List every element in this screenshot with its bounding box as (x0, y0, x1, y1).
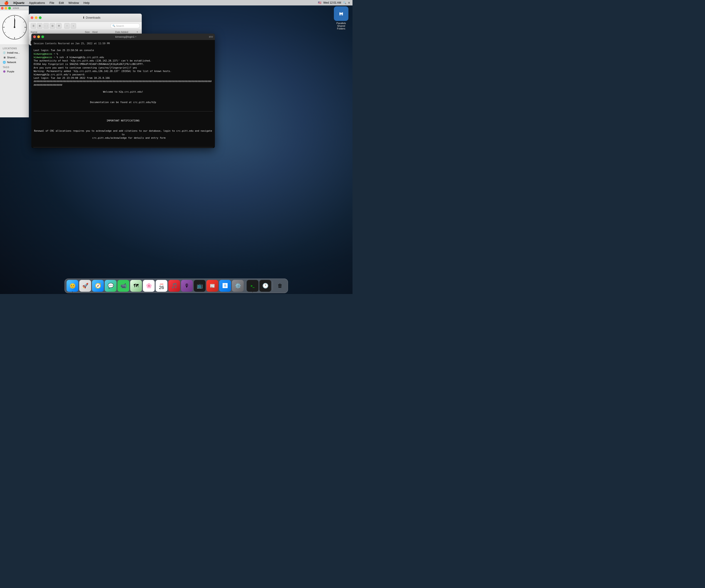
col-kind-header[interactable]: Kind (90, 31, 112, 33)
search-bar[interactable]: 🔍 Search (110, 23, 140, 29)
col-size-header[interactable]: Size (72, 31, 90, 33)
sidebar-item-network[interactable]: 🌐 Network (1, 60, 28, 64)
terminal-icon: >_ (251, 284, 254, 288)
xclock-window: xclock (0, 6, 29, 49)
view-icon-btn4[interactable]: ⊟ (50, 23, 55, 29)
svg-rect-23 (342, 14, 343, 15)
menu-edit[interactable]: Edit (56, 0, 66, 5)
downloads-maximize[interactable] (39, 16, 42, 19)
photos-icon: 🌸 (146, 283, 152, 289)
view-icon-btn2[interactable]: ⊞ (37, 23, 43, 29)
parallels-desktop-icon[interactable]: Parallels Shared Folders (332, 6, 350, 30)
downloads-titlebar: ⬇ Downloads (29, 14, 142, 22)
dock-messages[interactable]: 💬 (105, 280, 116, 292)
dock-xclock[interactable]: 🕐 (260, 280, 271, 292)
col-name-header[interactable]: Name (31, 31, 72, 33)
launchpad-icon: 🚀 (82, 283, 88, 289)
terminal-body[interactable]: Session Contents Restored on Jan 25, 202… (31, 40, 215, 148)
apple-menu[interactable]: 🍎 (2, 0, 11, 5)
menu-window[interactable]: Window (66, 0, 81, 5)
terminal-content: Session Contents Restored on Jan 25, 202… (34, 42, 213, 148)
menubar-flag: 🇺🇸 (318, 1, 321, 4)
dock-systemprefs[interactable]: ⚙️ (232, 280, 244, 292)
svg-rect-20 (339, 12, 341, 14)
terminal-titlebar: kimwong@login1:~ ⌘W (31, 34, 215, 40)
dock-terminal[interactable]: >_ (247, 280, 258, 292)
xclock-close[interactable] (1, 7, 4, 9)
downloads-toolbar: ☰ ⊞ ⋮⋮ ⊟ ⚙ ↑ ○ 🔍 Search (29, 22, 142, 30)
menu-applications[interactable]: Applications (27, 0, 47, 5)
shared-icon: 🖥 (3, 56, 6, 59)
terminal-close[interactable] (33, 36, 36, 38)
dock-trash[interactable]: 🗑 (274, 280, 286, 292)
dock: 😊 🚀 🧭 💬 📹 🗺 🌸 JAN 26 🎵 🎙 📺 📰 (64, 279, 288, 293)
dock-facetime[interactable]: 📹 (117, 280, 129, 292)
dock-appstore[interactable]: 🅰 (219, 280, 231, 292)
dock-news[interactable]: 📰 (206, 280, 218, 292)
terminal-window: kimwong@login1:~ ⌘W Session Contents Res… (31, 34, 215, 148)
xclock-body (0, 10, 29, 44)
xclock-maximize[interactable] (8, 7, 11, 9)
svg-rect-21 (342, 12, 343, 14)
dock-separator2 (273, 281, 273, 290)
tag-btn[interactable]: ○ (70, 23, 76, 29)
dock-calendar[interactable]: JAN 26 (155, 280, 168, 292)
svg-line-11 (4, 21, 5, 22)
svg-point-15 (14, 27, 15, 28)
clock-face (2, 15, 27, 40)
svg-text:😊: 😊 (69, 283, 76, 289)
downloads-close[interactable] (31, 16, 33, 19)
view-icon-btn[interactable]: ☰ (31, 23, 36, 29)
dock-podcasts[interactable]: 🎙 (181, 280, 193, 292)
xclock-title: xclock (13, 7, 19, 9)
facetime-icon: 📹 (121, 283, 127, 289)
view-icon-btn3[interactable]: ⋮⋮ (43, 23, 49, 29)
dock-launchpad[interactable]: 🚀 (79, 280, 91, 292)
sidebar-item-purple[interactable]: Purple (1, 69, 28, 74)
safari-icon: 🧭 (95, 283, 101, 289)
menubar-control-center[interactable]: ≡ (348, 1, 350, 4)
menu-file[interactable]: File (47, 0, 56, 5)
news-icon: 📰 (210, 283, 215, 288)
terminal-title: kimwong@login1:~ (45, 36, 206, 38)
menubar-time: Wed 12:01 AM (323, 1, 341, 4)
systemprefs-icon: ⚙️ (235, 283, 241, 289)
network-icon: 🌐 (3, 61, 6, 64)
dock-maps[interactable]: 🗺 (130, 280, 142, 292)
parallels-label: Parallels Shared Folders (332, 22, 350, 30)
dock-finder[interactable]: 😊 (66, 280, 78, 292)
sidebar-item-shared[interactable]: 🖥 Shared... (1, 55, 28, 60)
svg-line-7 (23, 32, 25, 33)
sidebar-item-install[interactable]: 💿 Install ma... (1, 50, 28, 55)
xclock-dock-icon: 🕐 (262, 283, 269, 289)
menubar-search[interactable]: 🔍 (343, 1, 346, 4)
menu-help[interactable]: Help (81, 0, 92, 5)
parallels-icon-img (334, 6, 348, 21)
app-name[interactable]: XQuartz (11, 0, 27, 5)
share-btn[interactable]: ↑ (64, 23, 70, 29)
downloads-minimize[interactable] (35, 16, 38, 19)
view-options-btn[interactable]: ⚙ (56, 23, 61, 29)
dock-safari[interactable]: 🧭 (92, 280, 104, 292)
appstore-icon: 🅰 (223, 283, 228, 289)
svg-rect-22 (339, 14, 341, 15)
parallels-logo (337, 9, 346, 18)
terminal-maximize[interactable] (41, 36, 44, 38)
purple-tag-icon (3, 70, 6, 73)
downloads-title: ⬇ Downloads (43, 16, 140, 19)
dock-appletv[interactable]: 📺 (194, 280, 205, 292)
menubar: 🍎 XQuartz Applications File Edit Window … (0, 0, 352, 5)
col-date-header[interactable]: Date Added (112, 31, 136, 33)
dock-music[interactable]: 🎵 (168, 280, 180, 292)
messages-icon: 💬 (108, 283, 114, 289)
dock-photos[interactable]: 🌸 (143, 280, 155, 292)
install-icon: 💿 (3, 51, 6, 54)
podcasts-icon: 🎙 (184, 283, 189, 289)
terminal-controls: ⌘W (208, 36, 213, 38)
xclock-titlebar: xclock (0, 6, 29, 10)
xclock-minimize[interactable] (5, 7, 7, 9)
maps-icon: 🗺 (134, 283, 139, 289)
svg-line-6 (23, 21, 25, 22)
appletv-icon: 📺 (197, 283, 203, 289)
terminal-minimize[interactable] (37, 36, 40, 38)
